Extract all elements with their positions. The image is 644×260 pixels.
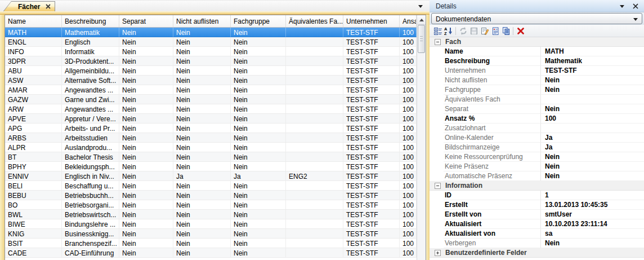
table-row[interactable]: ENGLEnglischNeinNeinNeinTEST-STF100 [5, 37, 417, 47]
table-row[interactable]: ALPRAuslandprodu...NeinNeinNeinTEST-STF1… [5, 143, 417, 152]
table-row[interactable]: ASWAlternative Soft...NeinNeinNeinTEST-S… [5, 76, 417, 85]
property-label: Aktualisiert [444, 219, 540, 229]
table-row[interactable]: BEBUBetriebsbuchh...NeinNeinNeinTEST-STF… [5, 191, 417, 200]
table-cell [286, 200, 343, 210]
property-value[interactable] [540, 124, 644, 133]
table-row[interactable]: 3DPR3D-Produktent...NeinNeinNeinTEST-STF… [5, 56, 417, 66]
categorized-view-icon[interactable] [432, 26, 443, 36]
subjects-grid: NameBeschreibungSeparatNicht auflistenFa… [5, 15, 426, 260]
column-header-5[interactable]: Fachgruppe [231, 15, 286, 27]
table-row[interactable]: BELIBeschaffung u...NeinNeinNeinTEST-STF… [5, 181, 417, 191]
tab-list-dropdown-icon[interactable] [418, 5, 423, 8]
property-value[interactable]: 10.10.2013 23:11:14 [540, 219, 644, 229]
property-value[interactable]: Nein [540, 239, 644, 248]
scroll-up-icon[interactable] [417, 15, 426, 25]
copy-icon[interactable] [500, 26, 511, 36]
property-value[interactable]: MATH [540, 47, 644, 56]
table-row[interactable]: ABUAllgemeinbildu...NeinNeinNeinTEST-STF… [5, 66, 417, 76]
column-header-7[interactable]: Unternehmen [343, 15, 400, 27]
property-value[interactable]: 13.01.2013 10:45:35 [540, 200, 644, 210]
table-row[interactable]: BIWEBindungslehre ...NeinNeinNeinTEST-ST… [5, 219, 417, 229]
property-value[interactable]: Nein [540, 104, 644, 114]
table-cell: Bindungslehre ... [62, 219, 119, 229]
property-value[interactable] [540, 95, 644, 104]
table-cell: Nein [173, 181, 231, 191]
document-icon[interactable] [490, 26, 500, 36]
edit-icon[interactable] [479, 26, 490, 36]
table-cell [286, 248, 343, 258]
table-cell: TEST-STF [343, 133, 400, 143]
table-row[interactable]: APGArbeits- und Pr...NeinNeinNeinTEST-ST… [5, 124, 417, 133]
table-row[interactable]: INFOInformatikNeinNeinNeinTEST-STF100 [5, 47, 417, 56]
scroll-thumb[interactable] [418, 25, 425, 53]
table-row[interactable]: BWLBetriebswirtsch...NeinNeinNeinTEST-ST… [5, 210, 417, 219]
column-header-6[interactable]: Äquivalentes Fa... [286, 15, 343, 27]
delete-icon[interactable] [515, 26, 526, 36]
details-close-icon[interactable] [632, 3, 639, 10]
table-cell: 100 [400, 143, 417, 152]
property-section-title: Fach [445, 38, 461, 46]
table-row[interactable]: ARBSArbeitsstudienNeinNeinNeinTEST-STF10… [5, 133, 417, 143]
table-cell: TEST-STF [343, 95, 400, 104]
table-row[interactable]: BTBachelor ThesisNeinNeinNeinTEST-STF100 [5, 152, 417, 162]
table-cell: TEST-STF [343, 200, 400, 210]
table-row[interactable]: ENNIVEnglisch in Niv...NeinJaJaENG2TEST-… [5, 171, 417, 181]
property-section-header[interactable]: Benutzerdefinierte Felder [430, 248, 644, 258]
table-cell: 100 [400, 171, 417, 181]
table-cell: Nein [231, 162, 286, 171]
table-cell [286, 219, 343, 229]
property-value[interactable]: smtUser [540, 210, 644, 219]
collapse-icon[interactable] [435, 39, 441, 45]
column-header-4[interactable]: Nicht auflisten [173, 15, 231, 27]
table-row[interactable]: ARWAngewandtes ...NeinNeinNeinTEST-STF10… [5, 104, 417, 114]
table-cell: TEST-STF [343, 104, 400, 114]
table-row[interactable]: BSITBranchenspezif...NeinNeinNeinTEST-ST… [5, 239, 417, 248]
table-row[interactable]: BPHYBekleidungsph...NeinNeinNeinTEST-STF… [5, 162, 417, 171]
column-header-2[interactable]: Beschreibung [62, 15, 119, 27]
property-value[interactable]: 1 [540, 191, 644, 200]
property-row: Nicht auflistenNein [430, 76, 644, 85]
property-value[interactable]: Ja [540, 133, 644, 143]
details-dropdown-icon[interactable] [620, 5, 624, 8]
sort-az-icon[interactable]: AZ [443, 26, 454, 36]
table-row[interactable]: APVEAppretur / Vere...NeinNeinNeinTEST-S… [5, 114, 417, 124]
property-value[interactable]: Nein [540, 162, 644, 171]
table-cell: Nein [119, 200, 173, 210]
table-row[interactable]: CADECAD-EinführungNeinNeinNeinTEST-STF10… [5, 248, 417, 258]
property-label: Name [444, 47, 540, 56]
table-row[interactable]: MATHMathematikNeinNeinNeinTEST-STF100 [5, 28, 417, 37]
column-header-8[interactable]: Ansatz % [400, 15, 417, 27]
table-cell: 3D-Produktent... [62, 56, 119, 66]
property-section-header[interactable]: Information [430, 181, 644, 191]
property-value[interactable]: Mathematik [540, 56, 644, 66]
property-label: Aktualisiert von [444, 229, 540, 239]
table-row[interactable]: GAZWGarne und Zwi...NeinNeinNeinTEST-STF… [5, 95, 417, 104]
table-row[interactable]: AMARAngewandtes ...NeinNeinNeinTEST-STF1… [5, 85, 417, 95]
column-header-1[interactable]: Name [5, 15, 62, 27]
column-header-3[interactable]: Separat [119, 15, 173, 27]
tab-faecher[interactable]: Fächer [3, 1, 55, 12]
property-value[interactable]: Nein [540, 171, 644, 181]
collapse-icon[interactable] [435, 183, 441, 189]
expand-icon[interactable] [435, 250, 441, 256]
table-scrollbar[interactable] [417, 15, 426, 260]
property-value[interactable]: 100 [540, 114, 644, 124]
property-value[interactable]: TEST-STF [540, 66, 644, 76]
property-value[interactable]: Nein [540, 85, 644, 95]
property-row-gutter [430, 200, 444, 210]
property-value[interactable]: sa [540, 229, 644, 239]
property-value[interactable]: Nein [540, 76, 644, 85]
property-label: Verbergen [444, 239, 540, 248]
table-row[interactable]: KNIGBusinessknigg...NeinNeinNeinTEST-STF… [5, 229, 417, 239]
document-data-combobox[interactable]: Dokumentendaten [431, 13, 642, 24]
table-row[interactable]: BOBetriebsorgani...NeinNeinNeinTEST-STF1… [5, 200, 417, 210]
property-value[interactable]: Nein [540, 152, 644, 162]
property-row: Keine RessourcenprüfungNein [430, 152, 644, 162]
app-root: Fächer NameBeschreibungSeparatNicht aufl… [0, 0, 644, 260]
tab-close-icon[interactable] [45, 3, 51, 10]
table-cell: 100 [400, 85, 417, 95]
table-cell: Nein [119, 219, 173, 229]
property-value[interactable]: Ja [540, 143, 644, 152]
tab-label: Fächer [18, 3, 40, 11]
property-section-header[interactable]: Fach [430, 37, 644, 47]
